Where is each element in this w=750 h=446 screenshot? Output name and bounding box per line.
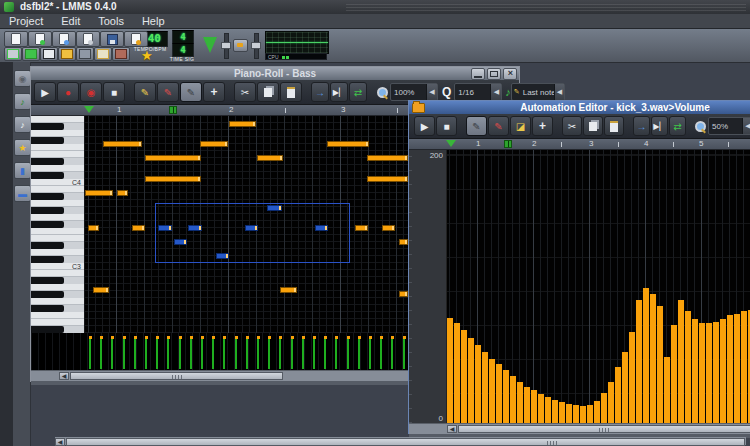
note[interactable]: [399, 239, 408, 245]
automation-value-bar[interactable]: [545, 397, 551, 423]
automation-value-bar[interactable]: [657, 306, 663, 423]
black-key[interactable]: [31, 123, 84, 130]
note[interactable]: [382, 225, 395, 231]
automation-value-bar[interactable]: [601, 393, 607, 423]
automation-value-bar[interactable]: [566, 404, 572, 423]
scroll-left-arrow-icon[interactable]: ◀: [447, 425, 457, 433]
note[interactable]: [132, 225, 145, 231]
black-key[interactable]: [31, 326, 84, 333]
automation-value-bar[interactable]: [538, 394, 544, 423]
white-key[interactable]: [31, 228, 84, 235]
toggle-automation-editor[interactable]: [112, 47, 130, 61]
automation-value-bar[interactable]: [468, 338, 474, 423]
velocity-line[interactable]: [246, 339, 248, 369]
note[interactable]: [355, 225, 368, 231]
cut-button[interactable]: ✂: [234, 82, 256, 102]
cut-button[interactable]: ✂: [562, 116, 582, 136]
velocity-line[interactable]: [100, 339, 102, 369]
white-key[interactable]: [31, 319, 84, 326]
note-selected[interactable]: [216, 253, 229, 259]
velocity-line[interactable]: [313, 339, 315, 369]
sidebar-item-root-directory[interactable]: ▮: [14, 162, 31, 179]
note-selected[interactable]: [315, 225, 328, 231]
flip-y-button[interactable]: ⇄: [669, 116, 686, 136]
paste-button[interactable]: [280, 82, 302, 102]
note-selected[interactable]: [245, 225, 258, 231]
recent-projects[interactable]: [52, 31, 76, 47]
record-accompany-button[interactable]: ◉: [80, 82, 102, 102]
velocity-line[interactable]: [403, 339, 405, 369]
note[interactable]: [367, 155, 408, 161]
goto-end-button[interactable]: ▶▏: [330, 82, 348, 102]
minimize-button[interactable]: [471, 68, 485, 80]
stop-button[interactable]: ■: [103, 82, 125, 102]
combobox-arrow-icon[interactable]: ◀: [426, 84, 437, 100]
sidebar-item-my-presets[interactable]: ♪: [14, 116, 31, 133]
draw-mode-button[interactable]: ✎: [134, 82, 156, 102]
timesig-numerator-display[interactable]: 84: [172, 30, 194, 44]
menu-help[interactable]: Help: [133, 14, 174, 28]
note-selected[interactable]: [158, 225, 172, 231]
automation-value-bar[interactable]: [454, 323, 460, 423]
white-key[interactable]: [31, 298, 84, 305]
note[interactable]: [117, 190, 128, 196]
velocity-line[interactable]: [89, 339, 91, 369]
master-pitch-handle[interactable]: [251, 42, 261, 49]
automation-value-bar[interactable]: [594, 401, 600, 423]
white-key[interactable]: [31, 235, 84, 242]
note-length-combobox[interactable]: ✎ Last note ◀: [511, 83, 565, 101]
play-button[interactable]: ▶: [414, 116, 435, 136]
note[interactable]: [85, 190, 113, 196]
velocity-line[interactable]: [167, 339, 169, 369]
automation-grid[interactable]: [447, 150, 750, 423]
goto-end-button[interactable]: ▶▏: [651, 116, 668, 136]
automation-value-bar[interactable]: [699, 323, 705, 423]
note[interactable]: [229, 121, 256, 127]
white-key[interactable]: [31, 214, 84, 221]
automation-value-bar[interactable]: [678, 300, 684, 423]
velocity-line[interactable]: [223, 339, 225, 369]
move-mode-button[interactable]: +: [532, 116, 553, 136]
oscilloscope-display[interactable]: [265, 31, 329, 54]
velocity-line[interactable]: [291, 339, 293, 369]
automation-value-bar[interactable]: [643, 288, 649, 423]
automation-value-bar[interactable]: [727, 315, 733, 423]
velocity-line[interactable]: [302, 339, 304, 369]
white-key[interactable]: [31, 151, 84, 158]
white-key[interactable]: [31, 144, 84, 151]
scroll-left-arrow-icon[interactable]: ◀: [59, 372, 69, 380]
toggle-fx-mixer[interactable]: [58, 47, 76, 61]
note[interactable]: [200, 141, 228, 147]
black-key[interactable]: [31, 242, 84, 249]
piano-keys[interactable]: C4C3: [31, 116, 85, 333]
velocity-line[interactable]: [268, 339, 270, 369]
scrollbar-thumb[interactable]: [66, 438, 745, 446]
toggle-piano-roll[interactable]: [40, 47, 58, 61]
automation-value-bar[interactable]: [580, 406, 586, 423]
record-button[interactable]: ●: [57, 82, 79, 102]
automation-value-bar[interactable]: [650, 294, 656, 423]
automation-value-bar[interactable]: [503, 370, 509, 423]
velocity-line[interactable]: [201, 339, 203, 369]
automation-value-bar[interactable]: [559, 402, 565, 423]
velocity-line[interactable]: [156, 339, 158, 369]
note[interactable]: [93, 287, 109, 293]
velocity-line[interactable]: [257, 339, 259, 369]
black-key[interactable]: [31, 256, 84, 263]
piano-roll-titlebar[interactable]: Piano-Roll - Bass ×: [31, 67, 519, 80]
velocity-line[interactable]: [235, 339, 237, 369]
copy-button[interactable]: [583, 116, 603, 136]
black-key[interactable]: [31, 158, 84, 165]
automation-editor-timeline[interactable]: 12345: [409, 139, 750, 150]
sidebar-item-my-samples[interactable]: ♪: [14, 93, 31, 110]
play-button[interactable]: ▶: [34, 82, 56, 102]
black-key[interactable]: [31, 221, 84, 228]
automation-value-bar[interactable]: [517, 382, 523, 423]
velocity-line[interactable]: [145, 339, 147, 369]
paste-button[interactable]: [604, 116, 624, 136]
select-mode-button[interactable]: ◪: [510, 116, 531, 136]
zoom-x-combobox[interactable]: 50% ◀: [708, 117, 750, 135]
velocity-line[interactable]: [111, 339, 113, 369]
automation-value-bar[interactable]: [461, 330, 467, 423]
draw-mode-button[interactable]: ✎: [466, 116, 487, 136]
